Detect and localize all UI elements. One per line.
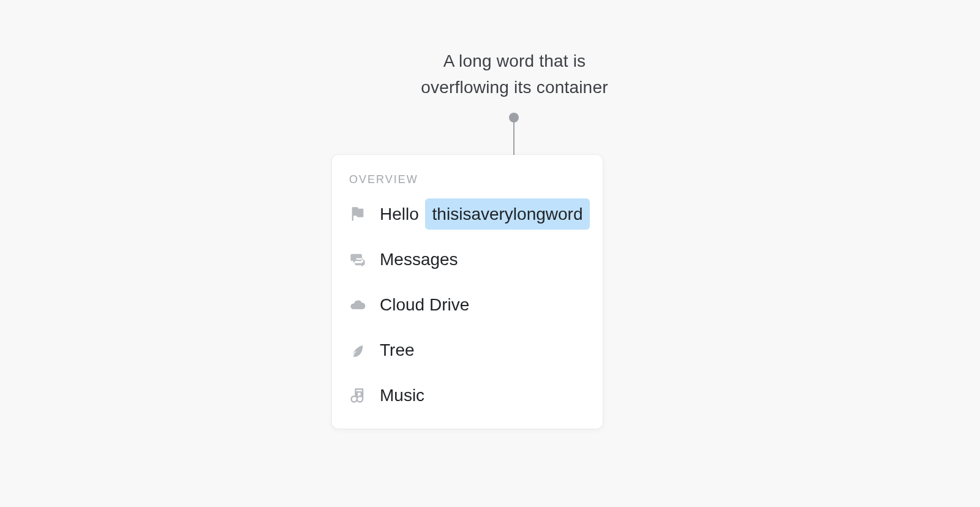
leaf-icon (349, 342, 366, 359)
annotation-line-2: overflowing its container (421, 78, 608, 97)
nav-item-cloud-drive[interactable]: Cloud Drive (349, 288, 586, 322)
messages-icon (349, 251, 366, 268)
nav-item-music[interactable]: Music (349, 378, 586, 413)
annotation-text: A long word that is overflowing its cont… (392, 48, 637, 101)
cloud-icon (349, 296, 366, 314)
nav-item-label: Music (380, 387, 424, 404)
nav-item-label: Cloud Drive (380, 296, 469, 314)
nav-item-hello[interactable]: Hello thisisaverylongword (349, 197, 586, 231)
nav-item-label: Messages (380, 251, 458, 268)
section-label: OVERVIEW (349, 173, 586, 186)
nav-item-messages[interactable]: Messages (349, 242, 586, 277)
music-icon (349, 387, 366, 404)
flag-icon (349, 206, 366, 223)
overflowing-word-highlight: thisisaverylongword (425, 198, 590, 230)
annotation-line-1: A long word that is (443, 51, 586, 70)
nav-item-label-prefix: Hello (380, 205, 424, 223)
nav-item-label: Tree (380, 342, 415, 359)
nav-item-tree[interactable]: Tree (349, 333, 586, 367)
overview-panel: OVERVIEW Hello thisisaverylongword Messa… (332, 155, 603, 429)
nav-item-label: Hello thisisaverylongword (380, 206, 590, 223)
